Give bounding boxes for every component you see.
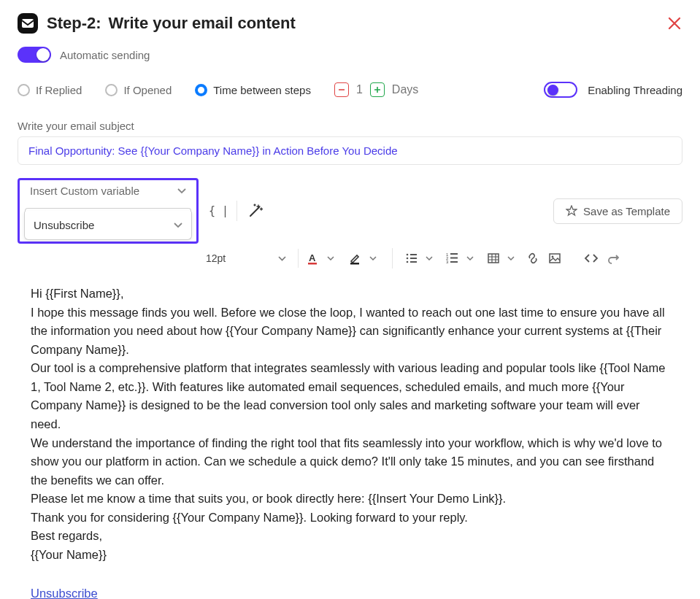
svg-point-19 xyxy=(552,256,554,258)
subject-input[interactable] xyxy=(18,136,682,165)
text-color-button[interactable]: A xyxy=(306,251,320,266)
if-replied-radio[interactable] xyxy=(18,84,30,96)
svg-rect-12 xyxy=(450,253,458,255)
merge-tag-icon[interactable]: { | } xyxy=(209,204,226,218)
code-view-button[interactable] xyxy=(584,251,599,266)
save-template-button[interactable]: Save as Template xyxy=(553,198,682,224)
chevron-down-icon xyxy=(177,188,186,194)
svg-rect-8 xyxy=(410,258,417,259)
increment-button[interactable] xyxy=(370,82,385,97)
undo-button[interactable] xyxy=(606,251,620,266)
link-button[interactable] xyxy=(526,251,540,266)
chevron-down-icon[interactable] xyxy=(366,251,380,266)
chevron-down-icon[interactable] xyxy=(323,251,338,266)
body-line: Thank you for considering {{Your Company… xyxy=(31,509,669,527)
svg-rect-6 xyxy=(410,254,417,255)
days-stepper: 1 Days xyxy=(334,82,418,97)
subject-label: Write your email subject xyxy=(18,120,682,132)
threading-toggle[interactable] xyxy=(544,82,577,98)
page-title: Write your email content xyxy=(109,14,296,33)
time-between-radio[interactable] xyxy=(195,84,207,96)
svg-rect-4 xyxy=(350,263,359,265)
body-line: We understand the importance of finding … xyxy=(31,434,669,490)
chevron-down-icon[interactable] xyxy=(422,251,436,266)
magic-wand-icon[interactable] xyxy=(247,203,264,219)
svg-rect-17 xyxy=(488,254,499,263)
font-size-select[interactable]: 12pt xyxy=(206,249,299,268)
chevron-down-icon[interactable] xyxy=(504,251,518,266)
svg-text:A: A xyxy=(309,252,316,263)
body-line: I hope this message finds you well. Befo… xyxy=(31,304,669,360)
custom-variable-option-unsubscribe[interactable]: Unsubscribe xyxy=(24,211,192,240)
table-button[interactable] xyxy=(486,251,501,266)
toolbar-divider xyxy=(392,248,393,268)
svg-text:3: 3 xyxy=(446,260,449,264)
auto-sending-label: Automatic sending xyxy=(60,49,150,61)
body-line: Please let me know a time that suits you… xyxy=(31,490,669,509)
svg-text:{ | }: { | } xyxy=(209,204,226,217)
auto-sending-toggle[interactable] xyxy=(18,47,51,63)
unsubscribe-link[interactable]: Unsubscribe xyxy=(31,584,98,599)
decrement-button[interactable] xyxy=(334,82,349,97)
save-template-label: Save as Template xyxy=(583,205,670,217)
if-opened-label: If Opened xyxy=(123,84,172,96)
toolbar-divider xyxy=(236,201,237,221)
body-line: Our tool is a comprehensive platform tha… xyxy=(31,359,669,433)
if-replied-label: If Replied xyxy=(36,84,82,96)
svg-rect-0 xyxy=(22,19,34,28)
star-icon xyxy=(566,205,577,217)
numbered-list-button[interactable]: 123 xyxy=(445,251,460,266)
custom-variable-dropdown[interactable]: Insert Custom variable Unsubscribe xyxy=(18,178,199,244)
email-icon xyxy=(18,13,38,34)
chevron-down-icon xyxy=(278,256,286,261)
chevron-down-icon xyxy=(174,223,182,228)
custom-variable-placeholder: Insert Custom variable xyxy=(30,185,139,197)
step-value: 1 xyxy=(356,83,363,96)
time-between-label: Time between steps xyxy=(213,84,311,96)
threading-label: Enabling Threading xyxy=(588,84,682,96)
svg-rect-14 xyxy=(450,258,458,259)
body-line: Best regards, xyxy=(31,527,669,546)
close-button[interactable] xyxy=(666,15,682,31)
image-button[interactable] xyxy=(547,251,562,266)
if-opened-radio[interactable] xyxy=(105,84,118,96)
body-line: {{Your Name}} xyxy=(31,546,669,565)
body-line: Hi {{First Name}}, xyxy=(31,285,669,304)
step-prefix: Step-2: xyxy=(47,14,101,33)
svg-rect-3 xyxy=(308,263,317,265)
chevron-down-icon[interactable] xyxy=(463,251,477,266)
svg-point-5 xyxy=(407,254,409,256)
svg-point-7 xyxy=(407,258,409,260)
svg-rect-16 xyxy=(450,261,458,263)
email-body-editor[interactable]: Hi {{First Name}}, I hope this message f… xyxy=(18,285,682,599)
highlight-button[interactable] xyxy=(348,251,363,266)
svg-point-9 xyxy=(407,261,409,263)
svg-rect-10 xyxy=(410,261,417,263)
step-unit: Days xyxy=(392,83,418,96)
bullet-list-button[interactable] xyxy=(404,251,419,266)
